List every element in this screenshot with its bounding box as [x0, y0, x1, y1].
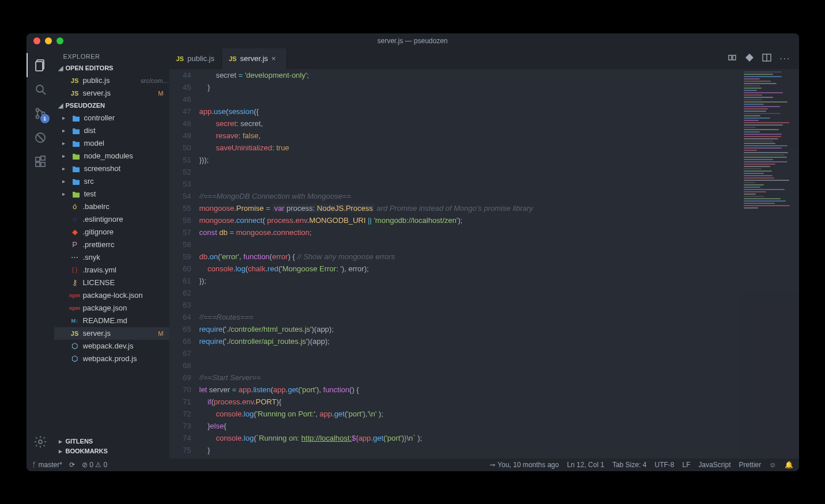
close-tab-icon[interactable]: ×	[272, 54, 280, 63]
editor-tab[interactable]: JSserver.js×	[222, 48, 287, 69]
tab-size[interactable]: Tab Size: 4	[612, 461, 646, 469]
cursor-pos[interactable]: Ln 12, Col 1	[567, 461, 604, 469]
sidebar-title: EXPLORER	[54, 48, 169, 63]
debug-icon[interactable]	[27, 126, 54, 150]
extensions-icon[interactable]	[27, 150, 54, 174]
svg-point-4	[36, 108, 39, 111]
git-sync[interactable]: ⟳	[69, 461, 75, 469]
git-blame[interactable]: ⊸ You, 10 months ago	[489, 461, 559, 469]
status-bar: ᚶ master* ⟳ ⊘ 0 ⚠ 0 ⊸ You, 10 months ago…	[27, 458, 799, 471]
section-header[interactable]: ▸GITLENS	[54, 437, 169, 446]
gitlens-icon[interactable]	[745, 53, 754, 65]
eol[interactable]: LF	[683, 461, 691, 469]
scm-icon[interactable]: 1	[27, 101, 54, 126]
search-icon[interactable]	[27, 77, 54, 101]
editor: JSpublic.jsJSserver.js× ··· 444546474849…	[169, 48, 799, 458]
scm-badge: 1	[40, 114, 50, 123]
open-editor-item[interactable]: JSpublic.jssrc/com…	[54, 74, 169, 87]
svg-rect-10	[36, 162, 40, 166]
folder-item[interactable]: ▸model	[54, 137, 169, 150]
file-item[interactable]: ⬡webpack.prod.js	[54, 353, 169, 365]
main-area: 1 EXPLORER ◢OPEN EDITORS JSpublic.jssrc/…	[27, 48, 799, 458]
svg-line-3	[43, 92, 46, 94]
explorer-icon[interactable]	[27, 53, 54, 77]
file-item[interactable]: { }.travis.yml	[54, 264, 169, 276]
svg-point-2	[36, 85, 43, 92]
feedback-icon[interactable]: ☺	[769, 461, 776, 469]
code-area[interactable]: 4445464748495051525354555657585960616263…	[169, 69, 799, 458]
file-item[interactable]: ○.eslintignore	[54, 213, 169, 226]
minimap[interactable]	[741, 69, 799, 458]
file-item[interactable]: npmpackage-lock.json	[54, 289, 169, 302]
section-header[interactable]: ▸BOOKMARKS	[54, 446, 169, 456]
folder-item[interactable]: ▸test	[54, 188, 169, 200]
svg-rect-9	[36, 157, 40, 161]
file-item[interactable]: ó.babelrc	[54, 200, 169, 213]
encoding[interactable]: UTF-8	[655, 461, 675, 469]
line-gutter: 4445464748495051525354555657585960616263…	[169, 69, 199, 458]
svg-point-5	[36, 115, 39, 118]
folder-item[interactable]: ▸screenshot	[54, 162, 169, 175]
minimize-window-button[interactable]	[45, 37, 52, 44]
zoom-window-button[interactable]	[56, 37, 63, 44]
window-title: server.js — pseudozen	[27, 37, 799, 45]
open-editors-header[interactable]: ◢OPEN EDITORS	[54, 63, 169, 73]
app-window: server.js — pseudozen 1	[27, 33, 799, 471]
file-item[interactable]: P.prettierrc	[54, 238, 169, 251]
split-icon[interactable]	[762, 53, 771, 65]
titlebar: server.js — pseudozen	[27, 33, 799, 48]
editor-tab[interactable]: JSpublic.js	[169, 48, 222, 69]
compare-icon[interactable]	[728, 53, 737, 65]
folder-item[interactable]: ▸src	[54, 175, 169, 188]
file-item[interactable]: npmpackage.json	[54, 302, 169, 314]
problems[interactable]: ⊘ 0 ⚠ 0	[82, 461, 107, 469]
tab-actions: ···	[728, 48, 798, 69]
file-item[interactable]: JSserver.jsM	[54, 327, 169, 340]
git-branch[interactable]: ᚶ master*	[32, 461, 62, 469]
file-item[interactable]: ⚷LICENSE	[54, 276, 169, 289]
more-icon[interactable]: ···	[779, 54, 790, 64]
open-editor-item[interactable]: JSserver.jsM	[54, 87, 169, 100]
svg-rect-11	[41, 162, 45, 166]
svg-rect-1	[36, 62, 43, 71]
file-item[interactable]: ⋯.snyk	[54, 251, 169, 264]
file-item[interactable]: ⬡webpack.dev.js	[54, 340, 169, 353]
file-item[interactable]: M↓README.md	[54, 314, 169, 327]
project-header[interactable]: ◢PSEUDOZEN	[54, 101, 169, 111]
svg-line-8	[37, 134, 44, 141]
formatter[interactable]: Prettier	[739, 461, 762, 469]
folder-item[interactable]: ▸dist	[54, 124, 169, 137]
bell-icon[interactable]: 🔔	[785, 461, 793, 469]
tab-bar: JSpublic.jsJSserver.js× ···	[169, 48, 799, 69]
folder-item[interactable]: ▸node_modules	[54, 150, 169, 162]
folder-item[interactable]: ▸controller	[54, 112, 169, 124]
language-mode[interactable]: JavaScript	[699, 461, 731, 469]
file-item[interactable]: ◆.gitignore	[54, 226, 169, 238]
close-window-button[interactable]	[33, 37, 40, 44]
sidebar: EXPLORER ◢OPEN EDITORS JSpublic.jssrc/co…	[54, 48, 169, 458]
traffic-lights	[27, 37, 63, 44]
svg-rect-12	[41, 156, 45, 160]
activity-bar: 1	[27, 48, 54, 458]
code-content[interactable]: secret = 'development-only'; } app.use(s…	[199, 69, 741, 458]
svg-point-13	[39, 440, 42, 444]
settings-gear-icon[interactable]	[27, 430, 54, 454]
